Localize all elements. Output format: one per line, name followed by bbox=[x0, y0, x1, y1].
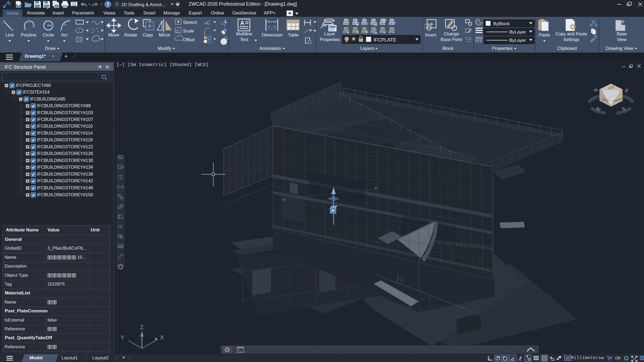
svg-text:ByLayer: ByLayer bbox=[509, 38, 526, 43]
svg-text:IFCPLATE: IFCPLATE bbox=[374, 37, 396, 43]
svg-text:A: A bbox=[240, 20, 244, 26]
svg-text:2D Drafting & Annot...: 2D Drafting & Annot... bbox=[121, 2, 165, 7]
svg-text:Y: Y bbox=[120, 334, 125, 341]
svg-text:ByBlock: ByBlock bbox=[493, 21, 510, 26]
svg-text:N: N bbox=[593, 87, 599, 93]
svg-text:Z: Z bbox=[140, 324, 144, 331]
svg-text:X: X bbox=[160, 334, 164, 341]
svg-text:E: E bbox=[624, 88, 629, 94]
svg-text:00: 00 bbox=[566, 357, 570, 361]
svg-text:?: ? bbox=[106, 2, 109, 7]
svg-text:ByLayer: ByLayer bbox=[509, 29, 526, 35]
